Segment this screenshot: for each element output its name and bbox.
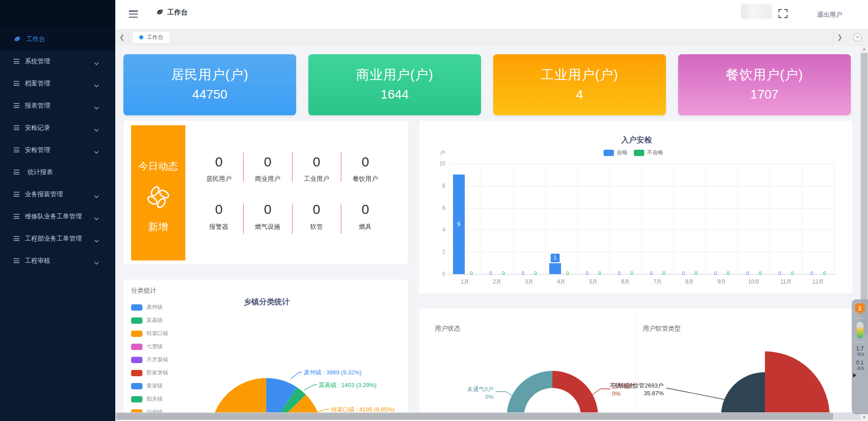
y-tick-label: 10	[432, 161, 445, 167]
gridline	[642, 164, 642, 274]
legend-label: 转渠口镇	[146, 330, 168, 337]
expand-caret-icon[interactable]	[853, 373, 856, 378]
legend-swatch	[131, 344, 142, 350]
bar-zero-label: 0	[759, 270, 761, 276]
sidebar-item-报表管理[interactable]: 报表管理	[0, 95, 115, 117]
stat-card-2[interactable]: 商业用户(户)1644	[308, 54, 481, 115]
gridline	[449, 164, 449, 274]
bar-合格[interactable]	[549, 263, 561, 274]
sidebar-item-维修队业务工单管理[interactable]: 维修队业务工单管理	[0, 205, 115, 227]
sidebar-item-label: 工程部业务工单管理	[25, 235, 82, 243]
legend-item-阳关镇[interactable]: 阳关镇	[131, 393, 168, 406]
stat-card-title: 餐饮用户(户)	[678, 66, 851, 84]
bar-zero-label: 0	[714, 270, 717, 276]
y-tick-label: 2	[432, 249, 445, 255]
bar-zero-label: 0	[521, 270, 524, 276]
bar-zero-label: 0	[778, 270, 781, 276]
chevron-down-icon	[94, 237, 99, 244]
sidebar-item-系统管理[interactable]: 系统管理	[0, 50, 115, 72]
sidebar-item-label: 业务报装管理	[25, 190, 63, 199]
page-title: 工作台	[156, 8, 188, 17]
legend-item-莫高镇[interactable]: 莫高镇	[131, 314, 168, 327]
today-stat-value: 0	[338, 202, 392, 217]
scroll-down-arrow-icon[interactable]: ▼	[860, 414, 868, 421]
tabs-scroll-left-icon[interactable]: ❮	[115, 29, 129, 45]
gridline	[770, 164, 770, 274]
horizontal-scrollbar-thumb[interactable]	[116, 413, 833, 420]
stat-card-value: 1707	[678, 87, 851, 102]
logout-button[interactable]: 退出用户	[817, 11, 842, 19]
sidebar-item-统计报表[interactable]: 统计报表	[0, 161, 115, 183]
y-axis-name: 户	[432, 149, 445, 157]
stat-card-value: 44750	[123, 87, 296, 102]
bar-zero-label: 0	[502, 270, 505, 276]
category-panel-label: 分类统计	[131, 287, 156, 295]
sidebar-item-安检记录[interactable]: 安检记录	[0, 117, 115, 139]
menu-lines-icon	[14, 125, 19, 130]
x-tick-label: 2月	[493, 278, 501, 286]
tab-workbench[interactable]: 工作台	[132, 31, 170, 43]
bar-zero-label: 0	[470, 270, 472, 276]
today-panel: 今日动态 新增 0居民用户0商业用户0工业用户0餐饮用户0报警器0燃气设施0软管…	[123, 121, 408, 265]
legend-label: 阳关镇	[146, 395, 163, 403]
legend-item-转渠口镇[interactable]: 转渠口镇	[131, 327, 168, 340]
x-tick-label: 11月	[780, 278, 791, 286]
sidebar-item-安检管理[interactable]: 安检管理	[0, 139, 115, 161]
sidebar-logo-area	[0, 0, 115, 28]
x-tick-label: 4月	[557, 278, 566, 286]
app-stage: 工作台 退出用户 ❮ 工作台 ❯ ✕ 工作台系统管理档案管理报表管理安检记录安检…	[0, 0, 868, 421]
status-charts-panel: 用户状态 用户软管类型	[419, 308, 853, 412]
vertical-scrollbar-thumb[interactable]	[861, 53, 868, 335]
y-tick-label: 6	[432, 205, 445, 211]
widget-divider	[854, 318, 866, 318]
bar-chart-legend[interactable]: 合格不合格	[604, 149, 670, 156]
scroll-up-arrow-icon[interactable]: ▲	[860, 45, 868, 52]
sidebar-item-业务报装管理[interactable]: 业务报装管理	[0, 183, 115, 205]
legend-item-七里镇[interactable]: 七里镇	[131, 340, 168, 353]
bar-zero-label: 0	[585, 270, 588, 276]
legend-item-黄渠镇[interactable]: 黄渠镇	[131, 379, 168, 393]
menu-lines-icon	[14, 170, 19, 175]
sidebar-item-工程部业务工单管理[interactable]: 工程部业务工单管理	[0, 227, 115, 250]
today-stat-label: 工业用户	[289, 175, 344, 183]
stat-card-1[interactable]: 居民用户(户)44750	[123, 54, 296, 115]
legend-item-肃州镇[interactable]: 肃州镇	[131, 301, 168, 314]
stat-card-4[interactable]: 餐饮用户(户)1707	[678, 54, 851, 115]
fullscreen-icon[interactable]	[778, 9, 788, 18]
pinwheel-icon	[144, 183, 172, 213]
tabs-scroll-right-icon[interactable]: ❯	[833, 29, 846, 45]
legend-label: 郭家堡镇	[146, 369, 168, 377]
today-stat-label: 居民用户	[192, 175, 246, 183]
today-orange-block[interactable]: 今日动态 新增	[131, 125, 185, 260]
net-monitor-widget[interactable]: 1 1.7 ↑K/s 0.1 ↓K/s	[852, 299, 868, 414]
gridline	[674, 164, 674, 274]
bar-zero-label: 0	[823, 270, 826, 276]
legend-item-月牙泉镇[interactable]: 月牙泉镇	[131, 353, 168, 366]
sidebar-item-label: 工作台	[26, 35, 45, 43]
gridline	[738, 164, 738, 274]
panel-divider	[636, 314, 636, 407]
bar-zero-label: 0	[650, 270, 652, 276]
sidebar-item-label: 系统管理	[25, 57, 50, 66]
today-stat-value: 0	[289, 154, 344, 170]
gridline	[545, 164, 546, 274]
bar-zero-label: 0	[618, 270, 620, 276]
hamburger-menu-icon[interactable]	[129, 10, 138, 18]
legend-item-郭家堡镇[interactable]: 郭家堡镇	[131, 366, 168, 379]
sidebar-item-工作台[interactable]: 工作台	[0, 28, 115, 50]
upload-speed-unit: K/s	[858, 352, 864, 357]
page-title-text: 工作台	[167, 8, 188, 17]
sidebar-item-工程审核[interactable]: 工程审核	[0, 250, 115, 272]
username-blurred[interactable]	[741, 4, 772, 19]
x-tick-label: 1月	[461, 278, 469, 286]
sidebar-item-档案管理[interactable]: 档案管理	[0, 72, 115, 95]
close-all-tabs-icon[interactable]: ✕	[853, 33, 862, 42]
stat-card-value: 1644	[308, 87, 481, 102]
shield-badge-icon[interactable]: 1	[855, 303, 865, 314]
horizontal-scrollbar[interactable]	[115, 412, 860, 420]
chevron-down-icon	[94, 60, 99, 67]
stat-card-3[interactable]: 工业用户(户)4	[493, 54, 666, 115]
x-tick-label: 10月	[748, 278, 760, 286]
bar-zero-label: 0	[598, 270, 601, 276]
legend-swatch	[634, 150, 644, 156]
